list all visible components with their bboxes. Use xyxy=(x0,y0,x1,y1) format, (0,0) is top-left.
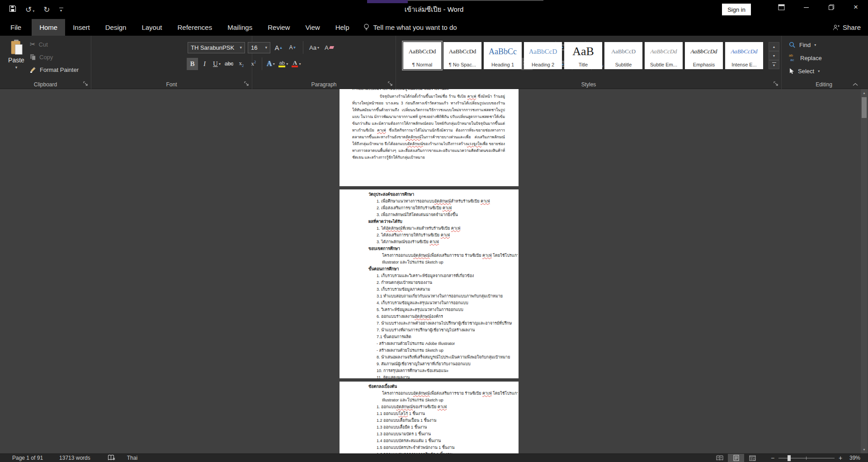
doc-line: 7.1 ขั้นตอนการผลิต xyxy=(377,334,411,340)
style-card[interactable]: AaBbCcDdEmphasis xyxy=(685,42,723,69)
copy-button[interactable]: Copy xyxy=(30,52,79,62)
restore-button[interactable] xyxy=(819,0,844,14)
font-name-value: TH SarabunPSK xyxy=(191,44,234,51)
minimize-button[interactable] xyxy=(794,0,819,14)
doc-line: 1. เก็บรวบรวมและวิเคราะห์ข้อมูลจากเอกสาร… xyxy=(377,273,474,279)
styles-scroll-down-button[interactable]: ▼ xyxy=(769,51,779,60)
scrollbar-thumb[interactable] xyxy=(862,97,867,118)
tell-me-label: Tell me what you want to do xyxy=(373,24,457,31)
select-button[interactable]: Select▾ xyxy=(789,66,822,76)
doc-line: Illustrator และโปรแกรม Sketch up xyxy=(382,397,443,404)
replace-button[interactable]: abac Replace xyxy=(789,52,822,63)
strikethrough-button[interactable]: abc xyxy=(223,58,235,70)
zoom-out-button[interactable]: − xyxy=(769,454,777,462)
format-painter-button[interactable]: Format Painter xyxy=(30,65,79,75)
doc-line: 1.2 ออกแบบเสื้อกันเปื้อน 1 ชิ้นงาน xyxy=(377,417,436,424)
bold-icon: B xyxy=(190,60,194,68)
style-card[interactable]: AaBbCcDSubtitle xyxy=(604,42,642,69)
clipboard-group-label: Clipboard xyxy=(0,81,91,88)
font-group-label: Font xyxy=(91,81,252,88)
doc-line: - สร้างผลงานด้วยโปรแกรม Sketch up xyxy=(377,347,443,354)
document-page[interactable]: การออกแบบเล่มรายงานฉบับสมบูรณ์แบบมาเพื่อ… xyxy=(340,89,519,453)
style-card[interactable]: AaBbCcHeading 1 xyxy=(484,42,522,69)
doc-line: ผลที่คาดว่าจะได้รับ xyxy=(368,218,402,225)
doc-line: 3.1 ทำแบบสอบถามเกี่ยวกับแนวทางในการออกแบ… xyxy=(377,293,503,300)
style-card[interactable]: AaBbCcDdIntense E... xyxy=(725,42,763,69)
web-layout-icon xyxy=(749,455,756,461)
doc-line: 1.3 ออกแบบนามบัตร 1 ชิ้นงาน xyxy=(377,431,431,438)
scroll-up-button[interactable]: ▲ xyxy=(861,90,868,96)
web-layout-button[interactable] xyxy=(744,454,760,462)
styles-scroll-up-button[interactable]: ▲ xyxy=(769,42,779,51)
zoom-level[interactable]: 39% xyxy=(844,455,865,461)
bold-button[interactable]: B xyxy=(187,58,198,70)
tab-home[interactable]: Home xyxy=(32,19,65,36)
tab-file[interactable]: File xyxy=(0,19,32,36)
tab-insert[interactable]: Insert xyxy=(65,19,98,36)
underline-button[interactable]: U▾ xyxy=(211,58,222,70)
read-mode-button[interactable] xyxy=(712,454,728,462)
italic-button[interactable]: I xyxy=(199,58,210,70)
doc-clipped-line: การออกแบบเล่มรายงานฉบับสมบูรณ์แบบมาเพื่อ… xyxy=(352,89,505,92)
zoom-slider[interactable] xyxy=(778,454,835,462)
tab-help[interactable]: Help xyxy=(328,19,357,36)
doc-line: 1. ได้อัตลักษณ์ที่เหมาะสมสำหรับร้านซิเปี… xyxy=(377,225,460,232)
collapse-ribbon-button[interactable] xyxy=(853,83,858,86)
style-label: Heading 1 xyxy=(485,62,521,67)
styles-dialog-launcher[interactable] xyxy=(774,81,779,87)
vertical-scrollbar[interactable]: ▲ ▼ xyxy=(861,89,868,453)
doc-line: 6. ออกแบบร่างผลงานอัตลักษณ์องค์กร xyxy=(377,313,443,320)
share-button[interactable]: Share xyxy=(833,19,861,36)
tab-design[interactable]: Design xyxy=(98,19,134,36)
font-name-combo[interactable]: TH SarabunPSK ▾ xyxy=(188,42,245,53)
styles-gallery-expand-button[interactable]: ▼ xyxy=(769,60,779,69)
restore-icon xyxy=(829,5,834,10)
down-arrow-icon: ▼ xyxy=(863,448,866,451)
document-area: การออกแบบเล่มรายงานฉบับสมบูรณ์แบบมาเพื่อ… xyxy=(0,89,868,453)
paste-button[interactable]: Paste ▾ xyxy=(5,39,28,76)
proofing-errors-icon[interactable] xyxy=(108,454,115,462)
scroll-down-button[interactable]: ▼ xyxy=(861,446,868,453)
doc-line: 8. นำเสนอผลงานจริงที่เสร็จสมบูรณ์ไปประเม… xyxy=(377,354,510,361)
ribbon-display-options-icon xyxy=(778,4,785,10)
tab-references[interactable]: References xyxy=(170,19,220,36)
style-card[interactable]: AaBbCcDd¶ No Spac... xyxy=(443,42,481,69)
doc-line: 2. เพื่อส่งเสริมการขายให้กับร้านซิเปีย ค… xyxy=(377,205,452,212)
zoom-slider-thumb[interactable] xyxy=(788,455,791,461)
doc-line: 2. ได้ส่งเสริมการขายให้กับร้านซิเปีย คาเ… xyxy=(377,232,450,239)
style-card[interactable]: AaBbCcDdSubtle Em... xyxy=(645,42,683,69)
cut-icon: ✂ xyxy=(30,40,36,48)
cut-button[interactable]: ✂ Cut xyxy=(30,39,79,49)
ribbon-tab-row: File Home Insert Design Layout Reference… xyxy=(0,19,868,36)
ribbon-display-options-button[interactable] xyxy=(769,0,794,14)
tab-view[interactable]: View xyxy=(297,19,327,36)
print-layout-button[interactable] xyxy=(728,454,744,462)
paste-caret-icon: ▾ xyxy=(15,65,18,70)
read-mode-icon xyxy=(716,455,723,461)
word-count[interactable]: 13713 words xyxy=(59,455,90,461)
paragraph-group: ▾ 123▾ ▾ AZ ¶ xyxy=(252,36,396,89)
tab-review[interactable]: Review xyxy=(260,19,297,36)
select-label: Select xyxy=(798,68,814,75)
sign-in-button[interactable]: Sign in xyxy=(722,4,751,15)
style-card[interactable]: AaBbCcDHeading 2 xyxy=(524,42,562,69)
font-dialog-launcher[interactable] xyxy=(244,81,250,87)
paragraph-dialog-launcher[interactable] xyxy=(388,81,393,87)
cut-label: Cut xyxy=(39,41,48,48)
find-button[interactable]: Find▾ xyxy=(789,39,822,50)
language-indicator[interactable]: Thai xyxy=(127,455,137,461)
close-button[interactable]: × xyxy=(844,0,868,14)
tell-me-box[interactable]: Tell me what you want to do xyxy=(363,19,457,36)
subscript-button[interactable]: x2 xyxy=(236,58,247,70)
word-window: ↺▾ ↻ ▾ เข้าเล่มซีเปีย - Word Sign in × F… xyxy=(0,0,868,462)
doc-line: 2. กำหนดกลุ่มเป้าหมายของงาน xyxy=(377,279,432,286)
doc-line: 4. เก็บรวบรวมข้อมูลและสรุปแนวทางในการออก… xyxy=(377,300,468,306)
zoom-in-button[interactable]: + xyxy=(836,454,844,462)
style-card[interactable]: AaBbCcDd¶ Normal xyxy=(403,42,441,69)
tab-mailings[interactable]: Mailings xyxy=(220,19,260,36)
clipboard-dialog-launcher[interactable] xyxy=(83,81,89,87)
styles-group-label: Styles xyxy=(396,81,781,88)
style-card[interactable]: AaBTitle xyxy=(564,42,602,69)
tab-layout[interactable]: Layout xyxy=(134,19,170,36)
page-indicator[interactable]: Page 1 of 91 xyxy=(12,455,43,461)
